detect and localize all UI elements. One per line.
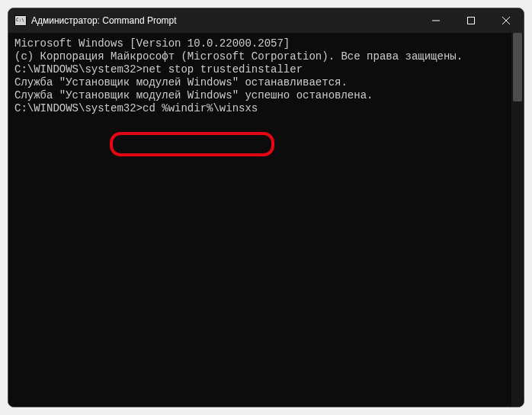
maximize-button[interactable] (453, 8, 489, 33)
output-line: Служба "Установщик модулей Windows" успе… (14, 89, 518, 102)
titlebar[interactable]: Администратор: Command Prompt (8, 8, 524, 33)
scrollbar-thumb[interactable] (513, 33, 522, 101)
terminal-output[interactable]: Microsoft Windows [Version 10.0.22000.20… (8, 33, 524, 407)
command-line: C:\WINDOWS\system32>cd %windir%\winsxs (14, 102, 518, 115)
prompt: C:\WINDOWS\system32> (14, 102, 143, 114)
close-button[interactable] (489, 8, 524, 33)
close-icon (502, 17, 510, 24)
command-line: C:\WINDOWS\system32>net stop trustedinst… (14, 63, 518, 76)
minimize-button[interactable] (418, 8, 453, 33)
cmd-icon (14, 15, 27, 26)
output-line: Служба "Установщик модулей Windows" оста… (14, 76, 518, 89)
svg-rect-1 (468, 18, 475, 24)
output-line: Microsoft Windows [Version 10.0.22000.20… (14, 37, 518, 50)
minimize-icon (432, 17, 440, 24)
output-line: (c) Корпорация Майкрософт (Microsoft Cor… (14, 50, 518, 63)
window-controls (418, 8, 524, 33)
scrollbar-track[interactable] (511, 33, 524, 407)
entered-command: cd %windir%\winsxs (143, 102, 258, 114)
entered-command: net stop trustedinstaller (143, 63, 303, 76)
command-prompt-window: Администратор: Command Prompt Microsoft … (8, 8, 524, 407)
window-title: Администратор: Command Prompt (31, 15, 418, 26)
prompt: C:\WINDOWS\system32> (14, 63, 143, 76)
maximize-icon (467, 17, 475, 24)
